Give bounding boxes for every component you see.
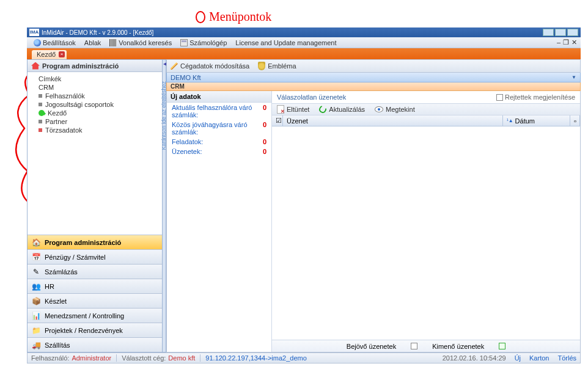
newdata-link[interactable]: Aktuális felhasználóra váró számlák: (172, 104, 263, 119)
annotation-circle (196, 11, 205, 23)
annotation-label: Menüpontok (209, 10, 271, 24)
newdata-link[interactable]: Közös jóváhagyásra váró számlák: (172, 121, 263, 136)
nav-header-label: Program adminisztráció (42, 62, 119, 70)
messages-filter-bar: Bejövő üzenetek Kimenő üzenetek (272, 340, 580, 352)
show-hidden-toggle[interactable]: Rejtettek megjelenítése (496, 93, 575, 101)
newdata-count: 0 (263, 148, 266, 155)
chevron-down-icon: ▼ (571, 75, 576, 80)
newdata-count: 0 (263, 104, 266, 119)
module-menedzsment[interactable]: 📊Menedzsment / Kontrolling (28, 308, 162, 323)
module-hr[interactable]: 👥HR (28, 279, 162, 293)
view-button[interactable]: Megtekint (375, 106, 415, 113)
sort-indicator: ¹▲ (507, 118, 513, 123)
filter-in-checkbox[interactable] (411, 343, 417, 349)
module-program-admin[interactable]: 🏠Program adminisztráció (28, 235, 162, 249)
pencil-icon (171, 62, 178, 70)
refresh-icon (318, 104, 328, 114)
mdi-minimize[interactable]: – (557, 38, 560, 46)
newdata-link[interactable]: Üzenetek: (172, 148, 202, 155)
grid-selector-col[interactable]: ☑ (272, 115, 283, 126)
button-label: Cégadatok módosítása (180, 62, 249, 70)
folder-icon: 📁 (31, 326, 41, 335)
grid-header: ☑ Üzenet ¹▲Dátum ▫ (272, 115, 580, 126)
grid-col-config[interactable]: ▫ (570, 115, 580, 126)
menu-label: License and Update management (235, 39, 336, 46)
newdata-row: Közös jóváhagyásra váró számlák:0 (167, 120, 271, 137)
status-company-label: Választott cég: (122, 354, 166, 362)
module-keszlet[interactable]: 📦Készlet (28, 293, 162, 308)
newdata-row: Üzenetek:0 (167, 147, 271, 156)
module-penzugy[interactable]: 📅Pénzügy / Számvitel (28, 249, 162, 264)
close-button[interactable] (567, 29, 578, 36)
button-label: Megtekint (386, 106, 415, 113)
filter-out-checkbox[interactable] (499, 343, 505, 349)
button-label: Eltüntet (287, 106, 309, 113)
company-bar[interactable]: DEMO Kft ▼ (166, 73, 581, 82)
calculator-icon (180, 39, 188, 46)
module-projektek[interactable]: 📁Projektek / Rendezvények (28, 323, 162, 337)
refresh-button[interactable]: Aktualizálás (319, 106, 365, 113)
grid-body[interactable] (272, 126, 580, 340)
status-user-label: Felhasználó: (31, 354, 69, 362)
statusbar: Felhasználó: Administrator Választott cé… (27, 353, 581, 364)
grid-col-message[interactable]: Üzenet (283, 115, 503, 126)
square-icon (39, 94, 42, 98)
company-name: DEMO Kft (171, 74, 201, 81)
menu-label: Vonalkód keresés (119, 39, 172, 46)
maximize-button[interactable] (555, 29, 566, 36)
status-user: Administrator (72, 354, 111, 362)
checkbox-icon (496, 94, 503, 101)
col-label: Üzenet (287, 117, 308, 125)
menu-settings[interactable]: Beállítások (31, 38, 79, 47)
mdi-close[interactable]: ✕ (571, 38, 577, 46)
play-icon (39, 110, 45, 116)
menu-calculator[interactable]: Számológép (177, 38, 230, 47)
status-link-new[interactable]: Új (515, 354, 521, 362)
grid-col-date[interactable]: ¹▲Dátum (503, 115, 570, 126)
mdi-restore[interactable]: ❐ (563, 38, 569, 46)
menu-window[interactable]: Ablak (81, 38, 105, 47)
newdata-row: Feladatok:0 (167, 137, 271, 147)
tab-kezdo[interactable]: Kezdő × (32, 50, 67, 59)
status-link-card[interactable]: Karton (529, 354, 549, 362)
nav-label: Kezdő (48, 109, 67, 117)
nav-label: Partner (45, 118, 67, 125)
window-title: InMidAir - DEMO Kft - v 2.9.000 - [Kezdő… (42, 29, 543, 36)
module-label: Számlázás (45, 268, 78, 276)
nav-item-felhasznalok[interactable]: Felhasználók (31, 92, 158, 100)
minimize-button[interactable] (543, 29, 554, 36)
nav-item-jogosultsagi[interactable]: Jogosultsági csoportok (31, 100, 158, 109)
module-label: HR (45, 283, 54, 290)
people-icon: 👥 (31, 282, 41, 291)
checkbox-label: Rejtettek megjelenítése (505, 93, 575, 101)
menu-label: Beállítások (43, 39, 76, 46)
menu-license[interactable]: License and Update management (232, 38, 339, 47)
module-label: Projektek / Rendezvények (45, 327, 123, 334)
tab-close-icon[interactable]: × (59, 51, 65, 57)
nav-item-partner[interactable]: Partner (31, 117, 158, 126)
nav-item-kezdo[interactable]: Kezdő (31, 109, 158, 117)
status-connection: 91.120.22.197,1344->ima2_demo (205, 354, 306, 362)
module-label: Program adminisztráció (45, 239, 121, 246)
nav-item-torzsadatok[interactable]: Törzsadatok (31, 126, 158, 134)
shield-icon (258, 62, 265, 70)
messages-title: Válaszolatlan üzenetek (277, 93, 346, 101)
globe-icon (34, 39, 41, 46)
menu-barcode[interactable]: Vonalkód keresés (106, 38, 175, 47)
status-link-delete[interactable]: Törlés (557, 354, 576, 362)
app-logo: IMA (29, 29, 39, 36)
edit-company-button[interactable]: Cégadatok módosítása (171, 62, 249, 70)
newdata-link[interactable]: Feladatok: (172, 138, 203, 145)
module-szamlazas[interactable]: ✎Számlázás (28, 264, 162, 279)
nav-item-cimkek[interactable]: Címkék (31, 75, 158, 83)
module-szallitas[interactable]: 🚚Szállítás (28, 337, 162, 352)
doc-remove-icon (277, 105, 284, 114)
emblem-button[interactable]: Embléma (258, 62, 296, 70)
hide-button[interactable]: Eltüntet (277, 105, 309, 114)
module-label: Pénzügy / Számvitel (45, 254, 106, 261)
messages-toolbar: Eltüntet Aktualizálás Megtekint (272, 103, 580, 115)
nav-item-crm[interactable]: CRM (31, 83, 158, 92)
window-titlebar: IMA InMidAir - DEMO Kft - v 2.9.000 - [K… (27, 27, 581, 37)
module-list: 🏠Program adminisztráció 📅Pénzügy / Számv… (28, 235, 162, 352)
messages-panel: Válaszolatlan üzenetek Rejtettek megjele… (272, 91, 580, 352)
